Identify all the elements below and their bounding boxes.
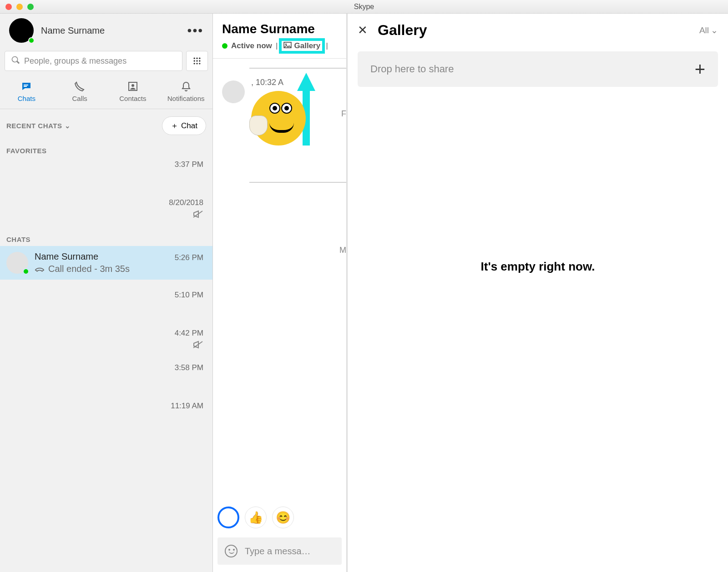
edge-label: F: [341, 109, 346, 119]
tab-chats-label: Chats: [0, 95, 53, 102]
svg-point-3: [194, 60, 195, 61]
conversation-status: Active now: [231, 41, 272, 50]
presence-indicator: [222, 43, 228, 49]
svg-rect-9: [24, 85, 28, 85]
timestamp: 4:42 PM: [0, 326, 212, 341]
timestamp: 11:19 AM: [0, 399, 212, 413]
compose-placeholder: Type a messa…: [245, 546, 311, 557]
muted-icon: [0, 341, 212, 351]
maximize-window[interactable]: [27, 4, 34, 10]
message-time: , 10:32 A: [251, 78, 306, 87]
gallery-title: Gallery: [378, 22, 689, 39]
image-icon: [283, 41, 292, 50]
svg-rect-10: [24, 86, 27, 87]
call-ended-icon: [35, 264, 45, 274]
search-placeholder: People, groups & messages: [24, 56, 126, 66]
drop-zone[interactable]: Drop here to share +: [358, 51, 718, 87]
gallery-filter[interactable]: All ⌄: [699, 25, 718, 35]
svg-point-0: [194, 58, 195, 59]
sidebar: Name Surname ••• People, groups & messag…: [0, 14, 213, 572]
close-window[interactable]: [5, 4, 12, 10]
message: , 10:32 A: [217, 78, 346, 146]
search-input[interactable]: People, groups & messages: [5, 51, 182, 71]
window-title: Skype: [354, 3, 374, 11]
timestamp: 5:10 PM: [0, 288, 212, 302]
chat-name: Name Surname: [35, 251, 168, 262]
nav-tabs: Chats Calls Contacts Notifications: [0, 75, 212, 109]
gallery-button[interactable]: Gallery: [282, 41, 323, 51]
tab-chats[interactable]: Chats: [0, 80, 53, 102]
svg-point-2: [199, 58, 200, 59]
conversation-title[interactable]: Name Surname: [222, 22, 343, 36]
search-icon: [11, 56, 20, 66]
recent-chats-heading[interactable]: RECENT CHATS ⌄: [6, 122, 71, 130]
avatar: [222, 80, 245, 103]
gallery-pane: ✕ Gallery All ⌄ Drop here to share + It'…: [348, 14, 728, 572]
drop-label: Drop here to share: [370, 63, 454, 75]
presence-indicator: [28, 37, 35, 44]
timestamp: 8/20/2018: [0, 196, 212, 210]
tab-calls[interactable]: Calls: [53, 80, 106, 102]
new-chat-button[interactable]: ＋ Chat: [162, 116, 206, 135]
presence-indicator: [23, 268, 29, 275]
bell-icon: [159, 80, 212, 93]
phone-icon: [53, 80, 106, 93]
chats-heading: CHATS: [0, 231, 212, 246]
avatar: [6, 252, 28, 274]
tab-contacts[interactable]: Contacts: [106, 80, 160, 102]
svg-point-1: [196, 58, 197, 59]
chevron-down-icon: ⌄: [65, 122, 71, 130]
timestamp: 3:37 PM: [0, 157, 212, 172]
plus-icon: ＋: [171, 120, 178, 131]
tab-calls-label: Calls: [53, 95, 106, 102]
tab-notifications[interactable]: Notifications: [159, 80, 212, 102]
svg-point-12: [131, 84, 134, 87]
dialpad-button[interactable]: [186, 51, 208, 71]
svg-point-4: [196, 60, 197, 61]
contacts-icon: [106, 80, 160, 93]
chevron-down-icon: ⌄: [711, 25, 718, 35]
date-divider: [249, 182, 346, 183]
more-menu-icon[interactable]: •••: [187, 23, 203, 38]
close-icon[interactable]: ✕: [358, 23, 368, 37]
emoji-icon[interactable]: [225, 545, 238, 557]
chat-time: 5:26 PM: [175, 253, 203, 262]
timestamp: 3:58 PM: [0, 361, 212, 375]
gallery-label: Gallery: [294, 41, 321, 50]
muted-icon: [0, 210, 212, 220]
suggestion-row: 👍 😊: [217, 507, 294, 528]
conversation-pane: Name Surname Active now | Gallery | F: [213, 14, 348, 572]
favorites-heading: FAVORITES: [0, 142, 212, 157]
svg-point-14: [285, 44, 287, 45]
filter-label: All: [699, 25, 709, 35]
tab-contacts-label: Contacts: [106, 95, 160, 102]
svg-point-8: [199, 63, 200, 64]
empty-state: It's empty right now.: [358, 260, 718, 274]
profile-row[interactable]: Name Surname •••: [0, 14, 212, 47]
hi-emoji: [251, 91, 306, 146]
plus-icon[interactable]: +: [695, 59, 705, 80]
chat-list-item[interactable]: Name Surname Call ended - 3m 35s 5:26 PM: [0, 246, 212, 280]
thumbs-up-suggestion[interactable]: 👍: [245, 507, 267, 528]
cortana-suggestion[interactable]: [217, 507, 239, 528]
svg-point-6: [194, 63, 195, 64]
new-chat-label: Chat: [181, 121, 197, 130]
date-divider: [249, 68, 346, 69]
smile-suggestion[interactable]: 😊: [272, 507, 294, 528]
my-name: Name Surname: [41, 25, 187, 36]
minimize-window[interactable]: [16, 4, 23, 10]
my-avatar[interactable]: [9, 18, 34, 43]
tab-notifications-label: Notifications: [159, 95, 212, 102]
svg-point-7: [196, 63, 197, 64]
svg-point-5: [199, 60, 200, 61]
compose-box[interactable]: Type a messa…: [217, 537, 342, 565]
window-titlebar: Skype: [0, 0, 728, 14]
edge-label: M: [339, 246, 346, 255]
chat-icon: [0, 80, 53, 93]
chat-subtitle: Call ended - 3m 35s: [48, 264, 130, 274]
window-controls: [5, 4, 34, 10]
